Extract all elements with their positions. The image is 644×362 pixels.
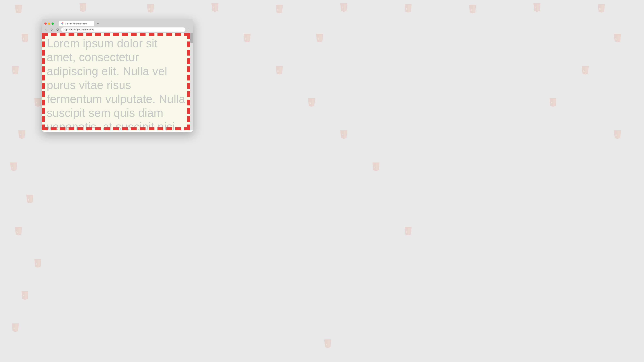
svg-marker-49 — [585, 67, 588, 74]
svg-text:5: 5 — [20, 134, 21, 137]
svg-point-100 — [62, 23, 63, 24]
svg-marker-60 — [18, 130, 25, 139]
svg-point-103 — [189, 30, 189, 31]
bg-icon: 5 — [580, 64, 591, 77]
svg-marker-88 — [25, 292, 28, 299]
close-button[interactable] — [44, 22, 47, 25]
svg-marker-43 — [15, 67, 18, 74]
svg-text:5: 5 — [342, 134, 343, 137]
svg-text:5: 5 — [23, 37, 24, 40]
svg-marker-19 — [408, 5, 411, 12]
svg-marker-16 — [344, 4, 346, 11]
svg-marker-79 — [18, 228, 21, 235]
bg-icon: 5 — [209, 1, 220, 14]
minimize-button[interactable] — [48, 22, 50, 25]
svg-text:5: 5 — [615, 37, 617, 40]
bg-icon: 5 — [370, 161, 382, 174]
forward-button[interactable] — [50, 27, 54, 32]
svg-text:5: 5 — [28, 198, 29, 201]
reload-button[interactable] — [56, 27, 60, 32]
svg-marker-21 — [469, 5, 476, 13]
svg-text:5: 5 — [277, 8, 279, 11]
svg-point-102 — [189, 29, 189, 30]
svg-marker-57 — [550, 98, 556, 107]
bg-icon: 5 — [24, 193, 36, 206]
bg-icon: 5 — [13, 3, 24, 16]
svg-marker-55 — [312, 99, 314, 106]
svg-marker-76 — [30, 196, 32, 203]
svg-text:5: 5 — [36, 102, 37, 104]
svg-marker-46 — [279, 67, 282, 74]
svg-marker-63 — [340, 130, 347, 139]
svg-text:5: 5 — [36, 263, 37, 265]
bg-icon: 5 — [314, 32, 325, 45]
bg-icon: 5 — [19, 32, 30, 45]
svg-text:5: 5 — [599, 7, 601, 10]
svg-marker-75 — [26, 195, 33, 203]
svg-marker-58 — [553, 99, 556, 106]
svg-text:5: 5 — [148, 7, 150, 10]
svg-marker-84 — [34, 259, 42, 268]
svg-marker-90 — [12, 323, 19, 332]
bg-icon: 5 — [32, 257, 44, 270]
svg-text:5: 5 — [213, 7, 214, 9]
svg-text:5: 5 — [318, 37, 319, 40]
svg-marker-42 — [12, 66, 19, 74]
svg-text:5: 5 — [310, 102, 311, 104]
scrollbar-thumb[interactable] — [190, 33, 193, 43]
tab-title: Chrome for Developers — [65, 22, 92, 25]
svg-marker-61 — [22, 131, 24, 138]
svg-marker-10 — [215, 4, 218, 11]
svg-marker-40 — [618, 35, 620, 42]
bg-icon: 5 — [306, 96, 317, 109]
svg-text:5: 5 — [374, 166, 375, 169]
svg-marker-4 — [83, 4, 86, 11]
bg-icon: 5 — [8, 161, 19, 174]
scrollbar[interactable] — [190, 33, 193, 130]
address-bar-row — [42, 26, 193, 33]
svg-marker-64 — [344, 131, 346, 138]
svg-text:5: 5 — [13, 69, 15, 72]
svg-text:5: 5 — [23, 295, 24, 298]
lorem-ipsum-text: Lorem ipsum dolor sit amet, consectetur … — [42, 33, 193, 130]
maximize-button[interactable] — [52, 22, 54, 25]
svg-marker-72 — [372, 162, 380, 171]
bg-icon: 5 — [612, 129, 623, 142]
svg-text:5: 5 — [277, 69, 279, 72]
svg-marker-30 — [22, 34, 28, 42]
svg-marker-31 — [25, 35, 28, 42]
bg-icon: 5 — [338, 129, 349, 142]
svg-text:5: 5 — [12, 166, 13, 169]
svg-text:5: 5 — [245, 37, 246, 40]
svg-marker-6 — [147, 4, 154, 12]
svg-marker-22 — [472, 6, 475, 13]
bg-icon: 5 — [596, 2, 607, 15]
svg-marker-0 — [15, 5, 22, 13]
back-button[interactable] — [44, 27, 48, 32]
bg-icon: 5 — [402, 2, 414, 15]
svg-marker-93 — [324, 340, 331, 348]
svg-marker-36 — [316, 34, 323, 42]
svg-marker-18 — [405, 4, 412, 12]
svg-marker-37 — [320, 35, 322, 42]
svg-text:5: 5 — [615, 134, 617, 137]
browser-window: Chrome for Developers + — [42, 19, 193, 132]
browser-menu-button[interactable] — [187, 27, 191, 32]
svg-marker-1 — [18, 6, 21, 13]
bg-icon: 5 — [242, 32, 253, 45]
svg-text:5: 5 — [406, 7, 408, 10]
svg-marker-25 — [537, 4, 540, 11]
svg-point-101 — [189, 28, 189, 29]
browser-content: Lorem ipsum dolor sit amet, consectetur … — [42, 33, 193, 130]
svg-marker-9 — [212, 3, 218, 12]
title-bar: Chrome for Developers + — [42, 19, 193, 26]
svg-marker-27 — [598, 4, 605, 12]
bg-icon: 5 — [531, 1, 542, 14]
address-bar-input[interactable] — [61, 27, 186, 32]
browser-tab[interactable]: Chrome for Developers — [59, 21, 94, 26]
bg-icon: 5 — [10, 64, 21, 77]
new-tab-button[interactable]: + — [96, 21, 100, 26]
svg-marker-82 — [408, 228, 411, 235]
svg-marker-54 — [308, 98, 315, 107]
bg-icon: 5 — [10, 322, 21, 335]
